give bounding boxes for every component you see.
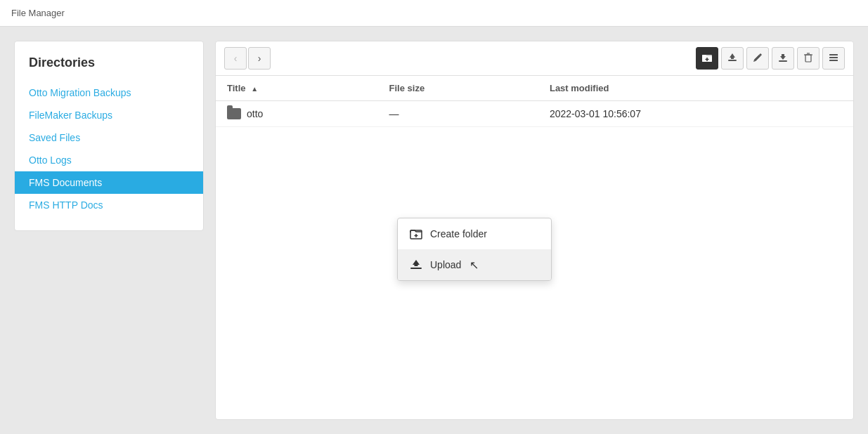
col-filesize[interactable]: File size — [378, 76, 538, 101]
col-lastmodified[interactable]: Last modified — [538, 76, 853, 101]
create-folder-button[interactable] — [696, 47, 718, 70]
last-modified-cell: 2022-03-01 10:56:07 — [538, 101, 853, 127]
sidebar-item-fms-documents[interactable]: FMS Documents — [15, 171, 203, 194]
download-icon — [778, 53, 788, 65]
upload-label: Upload — [430, 259, 461, 270]
delete-button[interactable] — [797, 47, 820, 70]
dropdown-item-create-folder[interactable]: Create folder — [398, 218, 551, 249]
list-view-icon — [829, 53, 838, 65]
edit-icon — [753, 53, 763, 65]
svg-marker-8 — [780, 54, 786, 60]
file-size-cell: — — [378, 101, 538, 127]
svg-rect-14 — [829, 60, 838, 61]
forward-icon: › — [258, 53, 261, 64]
create-folder-menu-icon — [409, 227, 423, 241]
upload-button[interactable] — [721, 47, 744, 70]
svg-rect-12 — [829, 54, 838, 55]
sidebar-item-fms-http-docs[interactable]: FMS HTTP Docs — [15, 194, 203, 216]
sidebar: Directories Otto Migration Backups FileM… — [14, 41, 204, 231]
svg-rect-9 — [805, 55, 811, 62]
dropdown-item-upload[interactable]: Upload ↖ — [398, 249, 551, 280]
file-name-cell: otto — [216, 101, 378, 127]
svg-rect-5 — [728, 60, 737, 61]
sidebar-item-filemaker-backups[interactable]: FileMaker Backups — [15, 104, 203, 126]
svg-rect-2 — [702, 55, 706, 57]
svg-marker-6 — [730, 53, 735, 59]
svg-rect-7 — [779, 60, 787, 62]
table-row[interactable]: otto — 2022-03-01 10:56:07 — [216, 101, 853, 127]
create-folder-label: Create folder — [430, 228, 487, 239]
back-icon: ‹ — [234, 53, 238, 64]
sidebar-item-otto-logs[interactable]: Otto Logs — [15, 149, 203, 171]
sort-icon: ▲ — [251, 85, 258, 93]
cursor-icon: ↖ — [469, 258, 479, 272]
col-title[interactable]: Title ▲ — [216, 76, 378, 101]
create-folder-icon — [702, 53, 712, 65]
app-title: File Manager — [11, 8, 65, 18]
file-table: Title ▲ File size Last modified — [216, 76, 853, 127]
delete-icon — [803, 53, 813, 65]
folder-icon — [227, 108, 241, 119]
list-view-button[interactable] — [822, 47, 845, 70]
sidebar-heading: Directories — [15, 55, 203, 81]
edit-button[interactable] — [746, 47, 769, 70]
svg-rect-13 — [829, 57, 838, 58]
dropdown-menu: Create folder Upload ↖ — [397, 218, 552, 281]
upload-menu-icon — [409, 258, 423, 272]
top-bar: File Manager — [0, 0, 868, 27]
download-button[interactable] — [772, 47, 794, 70]
svg-marker-19 — [413, 260, 420, 266]
forward-button[interactable]: › — [248, 47, 271, 70]
toolbar: ‹ › — [216, 41, 853, 76]
sidebar-item-saved-files[interactable]: Saved Files — [15, 126, 203, 149]
sidebar-item-otto-migration-backups[interactable]: Otto Migration Backups — [15, 81, 203, 104]
nav-buttons: ‹ › — [224, 47, 271, 70]
back-button[interactable]: ‹ — [224, 47, 247, 70]
svg-rect-18 — [410, 268, 422, 269]
upload-icon — [727, 53, 737, 65]
